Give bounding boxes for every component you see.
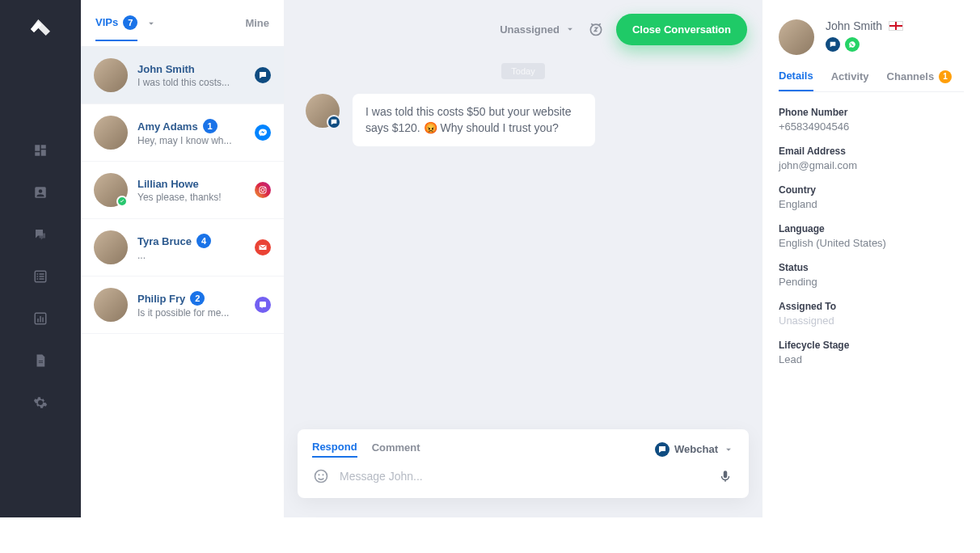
channel-label: Webchat [674, 443, 718, 455]
webchat-icon [255, 67, 271, 83]
chat-panel: Unassigned Close Conversation Today I wa… [285, 0, 762, 517]
tab-comment[interactable]: Comment [372, 441, 420, 457]
webchat-icon [826, 37, 840, 52]
conv-name: Philip Fry [137, 293, 185, 305]
nav-contacts[interactable] [29, 181, 52, 204]
conv-name: Tyra Bruce [137, 235, 192, 247]
gmail-icon [255, 239, 271, 255]
svg-point-22 [318, 474, 319, 475]
svg-point-19 [264, 188, 265, 188]
tab-activity[interactable]: Activity [831, 70, 869, 91]
chevron-down-icon[interactable] [146, 18, 157, 29]
message-input[interactable] [340, 470, 707, 483]
svg-rect-3 [35, 152, 40, 156]
nav-rail [0, 0, 81, 517]
svg-rect-7 [37, 273, 39, 275]
conv-name: Lillian Howe [137, 178, 199, 190]
svg-rect-16 [42, 318, 44, 323]
tab-mine-label: Mine [245, 17, 269, 29]
conv-tabs: VIPs 7 Mine [81, 0, 284, 47]
avatar [94, 173, 128, 207]
conversation-item[interactable]: John Smith I was told this costs... [81, 47, 284, 104]
svg-rect-0 [35, 145, 40, 151]
nav-files[interactable] [29, 349, 52, 372]
nav-settings[interactable] [29, 391, 52, 414]
field-status: Status Pending [779, 262, 964, 288]
conversation-item[interactable]: Tyra Bruce4 ... [81, 219, 284, 276]
flag-england-icon [889, 21, 903, 31]
svg-rect-8 [40, 273, 44, 275]
field-email: Email Address john@gmail.com [779, 146, 964, 171]
tab-channels-label: Channels [887, 70, 935, 82]
message-bubble: I was told this costs $50 but your websi… [353, 94, 595, 146]
messenger-icon [255, 125, 271, 141]
conv-snippet: Is it possible for me... [137, 307, 255, 319]
details-tabs: Details Activity Channels 1 [779, 70, 964, 92]
svg-point-21 [315, 471, 327, 483]
field-label: Country [779, 184, 964, 196]
message-row: I was told this costs $50 but your websi… [285, 94, 762, 146]
online-status-icon [116, 196, 128, 207]
composer-tabs: Respond Comment Webchat [312, 441, 734, 458]
viber-icon [255, 297, 271, 313]
tab-respond[interactable]: Respond [312, 441, 357, 458]
field-country: Country England [779, 184, 964, 210]
avatar [94, 116, 128, 150]
svg-rect-1 [41, 145, 46, 149]
field-value: English (United States) [779, 237, 964, 249]
tab-channels[interactable]: Channels 1 [887, 70, 953, 91]
conversation-item[interactable]: Amy Adams1 Hey, may I know wh... [81, 104, 284, 162]
nav-messages[interactable] [29, 223, 52, 246]
conv-snippet: ... [137, 250, 255, 261]
message-avatar [306, 94, 340, 128]
assignee-label: Unassigned [500, 23, 560, 36]
whatsapp-icon [845, 37, 860, 52]
field-value: Unassigned [779, 314, 964, 327]
conversation-item[interactable]: Philip Fry2 Is it possible for me... [81, 276, 284, 334]
vips-count-badge: 7 [123, 15, 137, 30]
nav-reports[interactable] [29, 307, 52, 330]
conv-snippet: I was told this costs... [137, 77, 255, 88]
instagram-icon [255, 182, 271, 198]
conv-name: Amy Adams [137, 120, 198, 133]
nav-lists[interactable] [29, 265, 52, 288]
field-value: Pending [779, 276, 964, 288]
field-value: john@gmail.com [779, 159, 964, 171]
unread-badge: 1 [203, 119, 218, 133]
svg-rect-9 [37, 276, 39, 277]
snooze-button[interactable] [587, 20, 605, 38]
unread-badge: 2 [190, 291, 205, 306]
field-label: Language [779, 223, 964, 234]
svg-rect-14 [37, 319, 39, 323]
webchat-icon [655, 442, 670, 457]
avatar [94, 230, 128, 264]
field-phone: Phone Number +65834904546 [779, 107, 964, 133]
tab-mine[interactable]: Mine [245, 17, 269, 39]
svg-rect-11 [37, 278, 39, 280]
unread-badge: 4 [196, 234, 211, 248]
field-label: Assigned To [779, 301, 964, 312]
field-value: +65834904546 [779, 120, 964, 133]
svg-rect-10 [40, 276, 44, 277]
conv-name: John Smith [137, 63, 195, 75]
svg-point-18 [261, 188, 264, 192]
avatar [94, 288, 128, 322]
nav-dashboard[interactable] [29, 139, 52, 162]
details-panel: John Smith Details Activity Channels 1 P… [762, 0, 980, 517]
field-label: Status [779, 262, 964, 273]
microphone-button[interactable] [716, 467, 734, 485]
conversation-item[interactable]: Lillian Howe Yes please, thanks! [81, 162, 284, 219]
avatar [94, 58, 128, 92]
channel-selector[interactable]: Webchat [655, 442, 734, 457]
svg-rect-15 [40, 316, 41, 323]
emoji-button[interactable] [312, 467, 330, 485]
close-conversation-button[interactable]: Close Conversation [616, 14, 747, 45]
field-label: Lifecycle Stage [779, 340, 964, 351]
svg-rect-2 [41, 150, 46, 156]
tab-details[interactable]: Details [779, 70, 813, 91]
field-language: Language English (United States) [779, 223, 964, 249]
chat-header: Unassigned Close Conversation [285, 0, 762, 58]
tab-vips[interactable]: VIPs 7 [95, 15, 137, 41]
assignee-dropdown[interactable]: Unassigned [500, 23, 576, 36]
chevron-down-icon [564, 23, 576, 35]
